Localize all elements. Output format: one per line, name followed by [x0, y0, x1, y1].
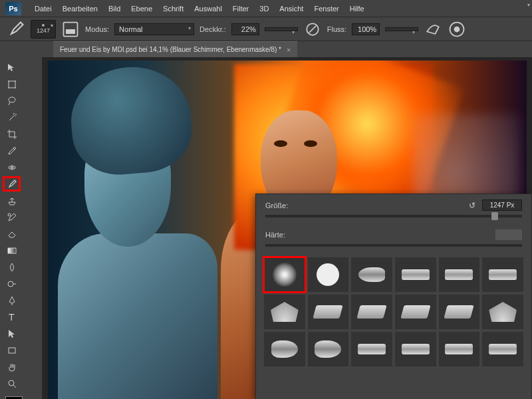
- svg-point-9: [8, 281, 13, 287]
- blend-mode-dropdown[interactable]: Normal: [114, 23, 194, 35]
- brush-tip-curve-1[interactable]: [264, 332, 305, 366]
- opacity-dropdown[interactable]: [265, 27, 298, 31]
- rectangle-tool[interactable]: [3, 342, 21, 358]
- ps-logo: Ps: [5, 2, 21, 15]
- crop-tool[interactable]: [3, 126, 21, 142]
- move-tool[interactable]: [3, 60, 21, 75]
- flow-dropdown[interactable]: [385, 27, 418, 31]
- brush-tip-grid: [256, 253, 531, 370]
- tools-panel: T: [0, 57, 43, 399]
- brush-tip-flat-4[interactable]: [351, 332, 392, 366]
- menu-view[interactable]: Ansicht: [274, 3, 309, 14]
- brush-tip-flat-3[interactable]: [482, 257, 523, 292]
- brush-size-slider[interactable]: [265, 215, 522, 217]
- foreground-color-swatch[interactable]: [5, 396, 23, 399]
- menu-file[interactable]: Datei: [29, 3, 57, 14]
- brush-tip-flat-2[interactable]: [439, 257, 480, 292]
- opacity-input[interactable]: 22%: [231, 23, 259, 35]
- brush-tip-angle-2[interactable]: [351, 295, 392, 329]
- artboard-tool[interactable]: [3, 76, 21, 92]
- svg-rect-1: [66, 29, 75, 34]
- menu-window[interactable]: Fenster: [309, 3, 344, 14]
- mode-label: Modus:: [85, 25, 109, 33]
- brush-tip-angle-1[interactable]: [308, 295, 349, 329]
- options-bar: ▾ 1247 ▾ Modus: Normal Deckkr.: 22% Flus…: [0, 17, 532, 41]
- menu-3d[interactable]: 3D: [254, 3, 274, 14]
- airbrush-icon[interactable]: [424, 22, 442, 37]
- svg-point-12: [9, 380, 14, 386]
- svg-rect-8: [8, 248, 16, 253]
- lasso-tool[interactable]: [3, 93, 21, 108]
- brush-tool-indicator-icon[interactable]: ▾: [7, 22, 25, 37]
- magic-wand-tool[interactable]: [3, 110, 21, 125]
- brush-size-value: 1247: [37, 27, 50, 34]
- dodge-tool[interactable]: [3, 276, 21, 291]
- document-tab[interactable]: Feuer und Eis by MDI.psd bei 14,1% (Blau…: [53, 41, 297, 57]
- menu-bar: Ps Datei Bearbeiten Bild Ebene Schrift A…: [0, 0, 532, 17]
- brush-tip-flat-5[interactable]: [395, 332, 436, 366]
- color-swatches[interactable]: [3, 396, 36, 399]
- canvas-area[interactable]: Größe: ↺ 1247 Px Härte:: [43, 57, 532, 399]
- brush-hardness-label: Härte:: [265, 231, 299, 239]
- hand-tool[interactable]: [3, 359, 21, 374]
- document-tab-title: Feuer und Eis by MDI.psd bei 14,1% (Blau…: [60, 46, 281, 53]
- brush-hardness-slider[interactable]: [265, 244, 522, 247]
- menu-help[interactable]: Hilfe: [344, 3, 370, 14]
- brush-tip-angle-4[interactable]: [439, 295, 480, 329]
- menu-filter[interactable]: Filter: [227, 3, 254, 14]
- gradient-tool[interactable]: [3, 243, 21, 258]
- svg-point-5: [9, 97, 15, 102]
- menu-layer[interactable]: Ebene: [126, 3, 158, 14]
- pen-tool[interactable]: [3, 293, 21, 308]
- menu-edit[interactable]: Bearbeiten: [57, 3, 103, 14]
- pressure-opacity-icon[interactable]: [303, 22, 322, 37]
- document-tab-bar: Feuer und Eis by MDI.psd bei 14,1% (Blau…: [0, 41, 532, 57]
- brush-tip-angle-3[interactable]: [395, 295, 436, 329]
- menu-select[interactable]: Auswahl: [189, 3, 227, 14]
- brush-tool[interactable]: [3, 176, 21, 192]
- opacity-label: Deckkr.:: [200, 25, 226, 33]
- brush-preset-picker[interactable]: 1247 ▾: [31, 20, 56, 39]
- brush-tip-pointed[interactable]: [351, 257, 392, 292]
- eraser-tool[interactable]: [3, 226, 21, 241]
- brush-tip-soft-round[interactable]: [264, 257, 305, 292]
- svg-point-4: [455, 27, 460, 31]
- brush-tip-hard-round[interactable]: [308, 257, 349, 292]
- menu-type[interactable]: Schrift: [158, 3, 189, 14]
- svg-rect-11: [9, 348, 15, 353]
- flow-input[interactable]: 100%: [352, 23, 380, 35]
- history-brush-tool[interactable]: [3, 209, 21, 225]
- eyedropper-tool[interactable]: [3, 143, 21, 158]
- brush-tip-flat-1[interactable]: [395, 257, 436, 292]
- brush-tip-fan-2[interactable]: [482, 295, 523, 329]
- blur-tool[interactable]: [3, 259, 21, 275]
- svg-point-7: [8, 213, 11, 216]
- menu-image[interactable]: Bild: [103, 3, 126, 14]
- brush-tip-flat-6[interactable]: [439, 332, 480, 366]
- healing-brush-tool[interactable]: [3, 160, 21, 175]
- brush-size-input[interactable]: 1247 Px: [482, 200, 522, 211]
- brush-tip-curve-2[interactable]: [308, 332, 349, 366]
- brush-size-label: Größe:: [265, 201, 299, 209]
- pressure-size-icon[interactable]: [448, 22, 466, 37]
- flow-label: Fluss:: [327, 25, 346, 33]
- svg-text:T: T: [9, 312, 15, 323]
- zoom-tool[interactable]: [3, 376, 21, 391]
- brush-tip-fan[interactable]: [264, 295, 305, 329]
- close-tab-icon[interactable]: ×: [287, 46, 291, 54]
- reset-size-icon[interactable]: ↺: [469, 201, 475, 210]
- brush-hardness-input[interactable]: [495, 229, 522, 240]
- brush-panel-toggle-icon[interactable]: [61, 22, 80, 37]
- path-selection-tool[interactable]: [3, 326, 21, 341]
- type-tool[interactable]: T: [3, 309, 21, 325]
- brush-tip-flat-7[interactable]: [482, 332, 523, 366]
- brush-settings-panel: Größe: ↺ 1247 Px Härte:: [255, 194, 532, 399]
- clone-stamp-tool[interactable]: [3, 193, 21, 208]
